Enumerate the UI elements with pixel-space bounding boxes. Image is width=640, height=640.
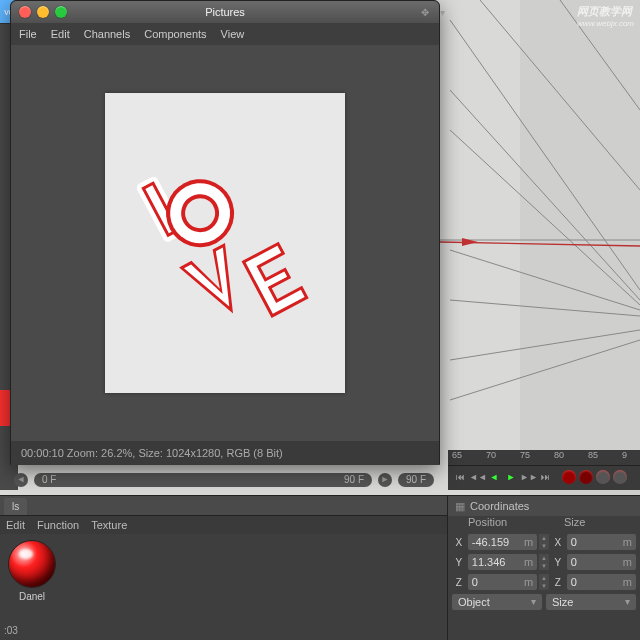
timeline-tick: 9	[622, 450, 627, 460]
size-x-field[interactable]: 0 m	[567, 534, 636, 550]
timeline-tick: 70	[486, 450, 496, 460]
window-traffic-lights[interactable]	[19, 6, 67, 18]
stepper-icon[interactable]	[539, 554, 549, 570]
timeline: 65 70 75 80 85 9 ⏮ ◄◄ ◄ ► ►► ⏭	[448, 450, 640, 490]
window-titlebar[interactable]: Pictures	[11, 1, 439, 23]
axis-label: X	[551, 537, 565, 548]
coord-col-position: Position	[448, 516, 544, 532]
timeline-tick: 75	[520, 450, 530, 460]
goto-end-icon[interactable]: ⏭	[537, 469, 553, 485]
material-preview-icon	[8, 540, 56, 588]
frame-prev-icon[interactable]: ◄	[14, 473, 28, 487]
minimize-icon[interactable]	[37, 6, 49, 18]
axis-label: Y	[551, 557, 565, 568]
render-status-bar: 00:00:10 Zoom: 26.2%, Size: 1024x1280, R…	[11, 441, 439, 465]
stepper-icon[interactable]	[539, 574, 549, 590]
materials-menu-texture[interactable]: Texture	[91, 519, 127, 531]
frame-next-icon[interactable]: ►	[378, 473, 392, 487]
axis-label: Y	[452, 557, 466, 568]
pos-y-field[interactable]: 11.346 m	[468, 554, 537, 570]
play-back-icon[interactable]: ◄	[486, 469, 502, 485]
bottom-panels: ls Edit Function Texture Danel :03 ▦ Coo…	[0, 495, 640, 640]
menu-channels[interactable]: Channels	[84, 28, 130, 40]
pos-x-field[interactable]: -46.159 m	[468, 534, 537, 550]
axis-label: X	[452, 537, 466, 548]
timeline-tick: 85	[588, 450, 598, 460]
window-title: Pictures	[205, 6, 245, 18]
step-forward-icon[interactable]: ►►	[520, 469, 536, 485]
chevron-down-icon[interactable]: ▾	[440, 7, 445, 18]
coord-row-z: Z 0 m Z 0 m	[448, 572, 640, 592]
expand-icon[interactable]: ▦	[454, 500, 466, 513]
menu-file[interactable]: File	[19, 28, 37, 40]
size-y-field[interactable]: 0 m	[567, 554, 636, 570]
render-canvas[interactable]	[11, 45, 439, 441]
playback-controls: ⏮ ◄◄ ◄ ► ►► ⏭	[448, 466, 640, 488]
coordinates-panel: ▦ Coordinates Position Size X -46.159 m …	[448, 496, 640, 640]
material-name[interactable]: Danel	[6, 591, 58, 602]
zoom-icon[interactable]	[55, 6, 67, 18]
goto-start-icon[interactable]: ⏮	[452, 469, 468, 485]
keyframe-opt2-icon[interactable]	[613, 470, 627, 484]
rendered-image	[105, 93, 345, 393]
pictures-window: Pictures File Edit Channels Components V…	[10, 0, 440, 465]
timeline-ruler[interactable]: 65 70 75 80 85 9	[448, 450, 640, 466]
menu-view[interactable]: View	[221, 28, 245, 40]
coord-mode-dropdown[interactable]: Object	[452, 594, 542, 610]
frame-current-value[interactable]: 90 F	[398, 473, 434, 487]
frame-start-label: 0 F	[42, 473, 56, 487]
size-mode-dropdown[interactable]: Size	[546, 594, 636, 610]
frame-track[interactable]: 0 F 90 F	[34, 473, 372, 487]
coord-col-size: Size	[544, 516, 640, 532]
menu-components[interactable]: Components	[144, 28, 206, 40]
materials-menu-edit[interactable]: Edit	[6, 519, 25, 531]
axis-label: Z	[452, 577, 466, 588]
autokey-icon[interactable]	[579, 470, 593, 484]
move-icon[interactable]: ✥	[421, 7, 429, 18]
menu-edit[interactable]: Edit	[51, 28, 70, 40]
timeline-tick: 65	[452, 450, 462, 460]
watermark: 网页教学网www.webjx.com	[577, 4, 634, 28]
play-forward-icon[interactable]: ►	[503, 469, 519, 485]
frame-end-label: 90 F	[344, 473, 364, 487]
frame-slider[interactable]: ◄ 0 F 90 F ► 90 F	[14, 470, 434, 490]
close-icon[interactable]	[19, 6, 31, 18]
status-readout: :03	[4, 625, 18, 636]
axis-label: Z	[551, 577, 565, 588]
coord-row-x: X -46.159 m X 0 m	[448, 532, 640, 552]
material-swatch[interactable]: Danel	[6, 540, 58, 602]
pos-z-field[interactable]: 0 m	[468, 574, 537, 590]
timeline-tick: 80	[554, 450, 564, 460]
keyframe-opt1-icon[interactable]	[596, 470, 610, 484]
step-back-icon[interactable]: ◄◄	[469, 469, 485, 485]
coord-row-y: Y 11.346 m Y 0 m	[448, 552, 640, 572]
materials-tab[interactable]: ls	[4, 498, 27, 515]
materials-menu-function[interactable]: Function	[37, 519, 79, 531]
materials-panel: ls Edit Function Texture Danel :03	[0, 496, 448, 640]
size-z-field[interactable]: 0 m	[567, 574, 636, 590]
record-key-icon[interactable]	[562, 470, 576, 484]
pictures-menu-bar: File Edit Channels Components View ✥ ▾	[11, 23, 439, 45]
stepper-icon[interactable]	[539, 534, 549, 550]
coordinates-header[interactable]: ▦ Coordinates	[448, 496, 640, 516]
